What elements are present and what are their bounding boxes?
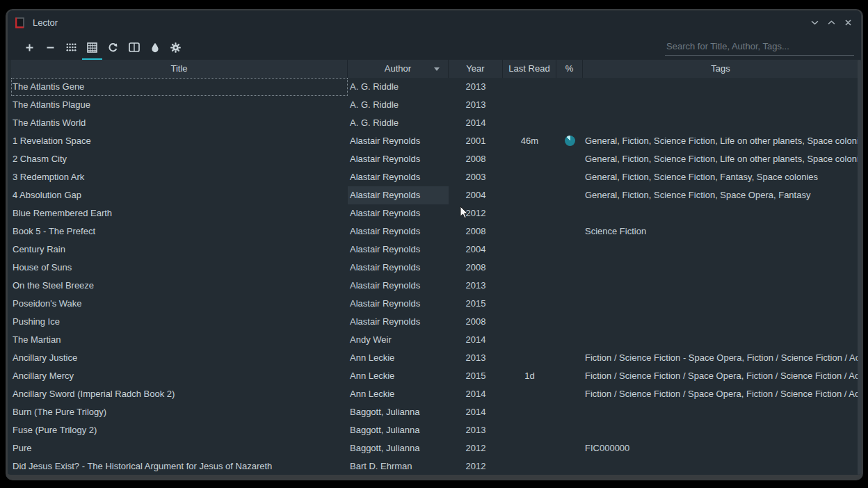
cell-last-read[interactable] — [503, 385, 556, 403]
cell-author[interactable]: Alastair Reynolds — [348, 168, 449, 186]
cell-title[interactable]: Fuse (Pure Trilogy 2) — [11, 421, 348, 439]
table-row[interactable]: 4 Absolution Gap Alastair Reynolds 2004 … — [11, 186, 858, 204]
cell-last-read[interactable] — [503, 186, 556, 204]
cell-author[interactable]: Bart D. Ehrman — [348, 457, 449, 475]
cell-year[interactable]: 2013 — [449, 421, 503, 439]
cell-percent[interactable] — [556, 421, 583, 439]
cell-year[interactable]: 2014 — [449, 331, 503, 349]
cell-last-read[interactable] — [503, 313, 556, 331]
cell-year[interactable]: 2008 — [449, 259, 503, 277]
cell-author[interactable]: Andy Weir — [348, 331, 449, 349]
cell-year[interactable]: 2013 — [449, 96, 503, 114]
table-row[interactable]: The Atlantis Plague A. G. Riddle 2013 — [11, 96, 858, 114]
cell-title[interactable]: Pushing Ice — [11, 313, 348, 331]
cell-tags[interactable] — [583, 96, 858, 114]
cell-author[interactable]: Baggott, Julianna — [348, 439, 449, 457]
maximize-button[interactable] — [825, 17, 837, 29]
cell-year[interactable]: 2012 — [449, 457, 503, 475]
cell-tags[interactable] — [583, 204, 858, 222]
cell-title[interactable]: The Atlantis World — [11, 114, 348, 132]
column-header-author[interactable]: Author — [348, 60, 449, 78]
cell-year[interactable]: 2013 — [449, 78, 503, 96]
cell-author[interactable]: Baggott, Julianna — [348, 421, 449, 439]
cell-percent[interactable] — [556, 222, 583, 241]
cell-author[interactable]: Alastair Reynolds — [348, 295, 449, 313]
cell-percent[interactable] — [556, 331, 583, 349]
cell-title[interactable]: Poseidon's Wake — [11, 295, 348, 313]
cell-title[interactable]: Century Rain — [11, 241, 348, 259]
cell-title[interactable]: Burn (The Pure Trilogy) — [11, 403, 348, 421]
cell-year[interactable]: 2008 — [449, 222, 503, 241]
cell-tags[interactable] — [583, 78, 858, 96]
table-row[interactable]: Pushing Ice Alastair Reynolds 2008 — [11, 313, 858, 331]
cell-author[interactable]: Ann Leckie — [348, 367, 449, 385]
add-books-button[interactable] — [19, 37, 40, 58]
cell-percent[interactable] — [556, 168, 583, 186]
cell-last-read[interactable] — [503, 259, 556, 277]
cell-author[interactable]: A. G. Riddle — [348, 114, 449, 132]
cell-year[interactable]: 2003 — [449, 168, 503, 186]
cell-year[interactable]: 2015 — [449, 367, 503, 385]
cell-tags[interactable]: Fiction / Science Fiction - Space Opera,… — [583, 349, 858, 367]
cell-author[interactable]: Baggott, Julianna — [348, 403, 449, 421]
cell-year[interactable]: 2008 — [449, 313, 503, 331]
cell-tags[interactable] — [583, 295, 858, 313]
cell-title[interactable]: 2 Chasm City — [11, 150, 348, 168]
cell-percent[interactable] — [556, 96, 583, 114]
column-header-last-read[interactable]: Last Read — [503, 60, 556, 78]
table-row[interactable]: Ancillary Sword (Imperial Radch Book 2) … — [11, 385, 858, 403]
settings-button[interactable] — [166, 37, 186, 58]
cell-title[interactable]: 3 Redemption Ark — [11, 168, 348, 186]
cell-title[interactable]: The Atlantis Plague — [11, 96, 348, 114]
cell-percent[interactable] — [556, 349, 583, 367]
cell-tags[interactable]: General, Fiction, Science Fiction, Life … — [583, 150, 858, 168]
cell-last-read[interactable] — [503, 457, 556, 475]
cell-author[interactable]: Alastair Reynolds — [348, 132, 449, 150]
cell-percent[interactable] — [556, 457, 583, 475]
cell-last-read[interactable] — [503, 421, 556, 439]
table-row[interactable]: Did Jesus Exist? - The Historical Argume… — [11, 457, 858, 475]
cell-percent[interactable] — [556, 241, 583, 259]
cell-tags[interactable]: Fiction / Science Fiction / Space Opera,… — [583, 367, 858, 385]
cell-percent[interactable] — [556, 150, 583, 168]
cell-tags[interactable] — [583, 313, 858, 331]
cell-tags[interactable] — [583, 241, 858, 259]
cell-year[interactable]: 2013 — [449, 277, 503, 295]
table-row[interactable]: Ancillary Mercy Ann Leckie 2015 1d Ficti… — [11, 367, 858, 385]
remove-book-button[interactable] — [40, 37, 61, 58]
cell-title[interactable]: House of Suns — [11, 259, 348, 277]
cell-author[interactable]: Alastair Reynolds — [348, 277, 449, 295]
cell-percent[interactable] — [556, 295, 583, 313]
table-view-button[interactable] — [82, 37, 102, 58]
table-row[interactable]: Pure Baggott, Julianna 2012 FIC000000 — [11, 439, 858, 457]
table-row[interactable]: Burn (The Pure Trilogy) Baggott, Juliann… — [11, 403, 858, 421]
table-row[interactable]: Ancillary Justice Ann Leckie 2013 Fictio… — [11, 349, 858, 367]
cell-title[interactable]: 1 Revelation Space — [11, 132, 348, 150]
cell-title[interactable]: 4 Absolution Gap — [11, 186, 348, 204]
cell-year[interactable]: 2013 — [449, 349, 503, 367]
cell-author[interactable]: A. G. Riddle — [348, 96, 449, 114]
cell-last-read[interactable] — [503, 241, 556, 259]
cell-last-read[interactable] — [503, 96, 556, 114]
cell-tags[interactable] — [583, 277, 858, 295]
column-header-year[interactable]: Year — [449, 60, 503, 78]
cell-last-read[interactable] — [503, 150, 556, 168]
cell-title[interactable]: Pure — [11, 439, 348, 457]
cell-tags[interactable]: General, Fiction, Science Fiction, Life … — [583, 132, 858, 150]
vertical-scrollbar[interactable] — [858, 60, 861, 475]
close-button[interactable] — [842, 17, 854, 29]
column-header-title[interactable]: Title — [11, 60, 348, 78]
cell-last-read[interactable] — [503, 114, 556, 132]
table-row[interactable]: Poseidon's Wake Alastair Reynolds 2015 — [11, 295, 858, 313]
cell-author[interactable]: Alastair Reynolds — [348, 150, 449, 168]
cell-last-read[interactable] — [503, 168, 556, 186]
table-row[interactable]: Blue Remembered Earth Alastair Reynolds … — [11, 204, 858, 222]
cell-tags[interactable] — [583, 421, 858, 439]
cell-year[interactable]: 2015 — [449, 295, 503, 313]
cell-percent[interactable] — [556, 403, 583, 421]
cell-last-read[interactable]: 46m — [503, 132, 556, 150]
cell-title[interactable]: On the Steel Breeze — [11, 277, 348, 295]
reload-library-button[interactable] — [103, 37, 123, 58]
cell-year[interactable]: 2004 — [449, 241, 503, 259]
cell-percent[interactable] — [556, 313, 583, 331]
